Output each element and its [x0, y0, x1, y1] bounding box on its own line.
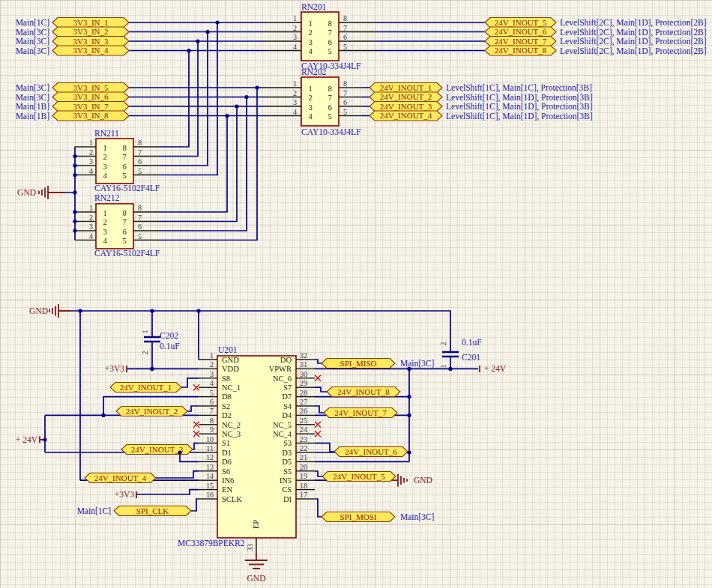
- net-port-spi-miso[interactable]: SPI_MISO: [322, 359, 395, 369]
- pin-number: 10: [206, 435, 214, 443]
- pad-number: 33: [246, 544, 254, 551]
- pin-number: 4: [308, 112, 313, 121]
- net-port-in[interactable]: 3V3_IN_4: [52, 46, 129, 55]
- net-port-out[interactable]: 24V_INOUT_2: [369, 92, 442, 102]
- p24v-label: + 24V: [484, 364, 507, 373]
- junction-dot: [196, 309, 200, 312]
- cap-pin-number: 1: [439, 365, 447, 369]
- net-port-in[interactable]: 3V3_IN_8: [52, 111, 129, 121]
- pin-number: 8: [138, 204, 142, 212]
- pin-number: 16: [206, 491, 214, 499]
- junction-dot: [244, 95, 248, 99]
- pin-number: 1: [293, 79, 297, 88]
- dest-sheet-refs: LevelShift[1C], Main[1C], Protection[3B]: [446, 83, 592, 93]
- pin-number: 13: [206, 463, 214, 471]
- net-port-24v-inout-5[interactable]: 24V_INOUT_5: [322, 472, 396, 482]
- pin-name: D7: [282, 392, 292, 401]
- net-port-in[interactable]: 3V3_IN_5: [52, 83, 129, 93]
- net-port-in[interactable]: 3V3_IN_1: [52, 18, 129, 28]
- dest-sheet-refs: LevelShift[2C], Main[1D], Protection[2B]: [560, 18, 706, 28]
- pin-number: 7: [210, 407, 214, 415]
- net-port-out[interactable]: 24V_INOUT_4: [369, 111, 442, 121]
- pin-name: D6: [222, 458, 232, 466]
- net-port-in[interactable]: 3V3_IN_6: [52, 92, 129, 102]
- pin-number: 5: [210, 389, 214, 397]
- port-label: 3V3_IN_4: [73, 46, 109, 55]
- part-number: MC33879BPEKR2: [178, 539, 245, 548]
- part-number: CAY16-5102F4LF: [94, 249, 160, 258]
- pin-number: 7: [138, 213, 142, 222]
- net-port-out[interactable]: 24V_INOUT_1: [369, 83, 442, 93]
- pin-number: 1: [103, 144, 106, 152]
- port-label: SPI_MISO: [340, 359, 377, 368]
- net-port-spi-clk[interactable]: SPI_CLK: [114, 506, 191, 516]
- rn212-body[interactable]: [96, 204, 133, 249]
- pin-number: 3: [103, 228, 106, 236]
- net-port-spi-mosi[interactable]: SPI_MOSI: [322, 512, 395, 522]
- pin-number: 1: [103, 209, 106, 217]
- port-label: 3V3_IN_1: [73, 18, 108, 27]
- sheet-ref: Main[3C]: [400, 512, 434, 521]
- junction-dot: [178, 450, 181, 454]
- pin-name: D1: [222, 449, 232, 457]
- pin-name: NC_2: [222, 421, 241, 429]
- pin-number: 2: [89, 148, 93, 157]
- pin-number: 6: [343, 98, 347, 106]
- pin-name: D5: [282, 458, 292, 466]
- net-port-24v-inout-7[interactable]: 24V_INOUT_7: [324, 408, 397, 418]
- sheet-ref: Main[1B]: [16, 102, 49, 111]
- pin-number: 27: [300, 398, 307, 406]
- net-port-out[interactable]: 24V_INOUT_5: [485, 18, 556, 28]
- junction-dot: [73, 163, 76, 167]
- net-port-24v-inout-3[interactable]: 24V_INOUT_3: [121, 445, 193, 455]
- net-port-24v-inout-4[interactable]: 24V_INOUT_4: [85, 473, 156, 483]
- net-port-out[interactable]: 24V_INOUT_3: [369, 102, 442, 112]
- pin-number: 3: [293, 33, 297, 41]
- net-port-out[interactable]: 24V_INOUT_7: [485, 37, 556, 46]
- net-port-24v-inout-6[interactable]: 24V_INOUT_6: [334, 447, 408, 457]
- pin-name: DO: [280, 356, 292, 364]
- junction-dot: [150, 367, 154, 371]
- pin-number: 9: [210, 425, 214, 434]
- pin-number: 18: [300, 482, 307, 490]
- port-label: 24V_INOUT_4: [94, 473, 147, 482]
- pin-name: S3: [283, 439, 292, 447]
- pin-name: IN5: [280, 476, 292, 485]
- pin-number: 6: [328, 38, 331, 46]
- pin-number: 2: [308, 28, 312, 37]
- pin-number: 4: [293, 108, 297, 116]
- gnd-label: GND: [414, 476, 432, 485]
- junction-dot: [407, 395, 411, 398]
- junction-dot: [187, 49, 190, 52]
- net-port-in[interactable]: 3V3_IN_7: [52, 102, 129, 112]
- dest-sheet-refs: LevelShift[1C], Main[1D], Protection[3B]: [446, 102, 592, 112]
- junction-dot: [215, 20, 219, 24]
- value: 0.1uF: [160, 342, 180, 351]
- pin-number: 5: [138, 232, 142, 240]
- value: 0.1uF: [462, 338, 482, 347]
- port-label: 3V3_IN_3: [73, 37, 109, 46]
- rn202-body[interactable]: [301, 77, 339, 126]
- pin-name: VDD: [222, 365, 239, 373]
- net-port-in[interactable]: 3V3_IN_2: [52, 27, 129, 37]
- sheet-ref: Main[1B]: [16, 112, 49, 121]
- pin-number: 5: [122, 237, 126, 245]
- dest-sheet-refs: LevelShift[1C], Main[1D], Protection[3B]: [446, 93, 592, 103]
- rn211-body[interactable]: [96, 139, 133, 184]
- schematic-canvas[interactable]: Main[1C]3V3_IN_124V_INOUT_5LevelShift[2C…: [0, 0, 712, 588]
- junction-dot: [235, 104, 238, 108]
- net-port-out[interactable]: 24V_INOUT_6: [485, 27, 556, 37]
- p3v3-label: +3V3: [115, 490, 135, 499]
- net-port-in[interactable]: 3V3_IN_3: [52, 37, 129, 46]
- net-port-24v-inout-2[interactable]: 24V_INOUT_2: [116, 407, 187, 416]
- pin-number: 8: [328, 85, 331, 93]
- pin-number: 20: [300, 463, 307, 471]
- net-port-24v-inout-8[interactable]: 24V_INOUT_8: [327, 387, 400, 397]
- pin-name: IN6: [222, 476, 234, 485]
- pin-number: 11: [206, 444, 214, 452]
- sheet-ref: Main[3C]: [16, 46, 49, 55]
- net-port-out[interactable]: 24V_INOUT_8: [485, 46, 556, 55]
- net-port-24v-inout-1[interactable]: 24V_INOUT_1: [110, 383, 181, 392]
- pin-number: 28: [300, 389, 307, 397]
- rn201-body[interactable]: [301, 12, 339, 61]
